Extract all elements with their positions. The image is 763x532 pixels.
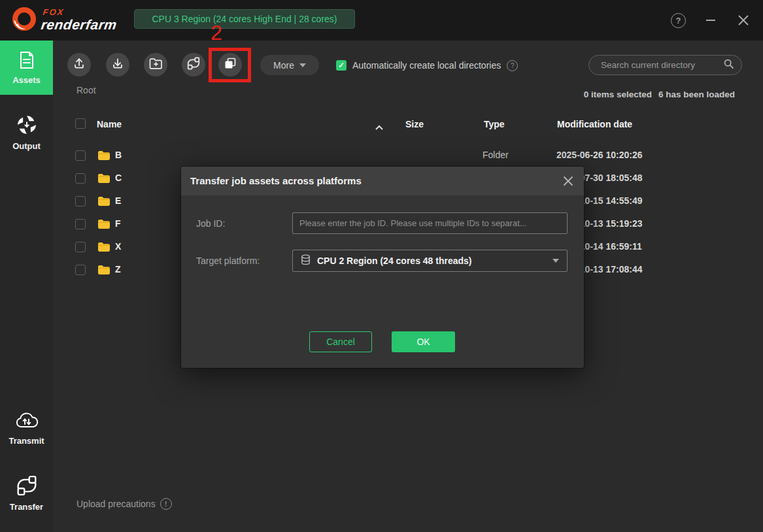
copy-icon	[223, 56, 237, 73]
new-folder-icon	[149, 58, 163, 73]
folder-icon	[97, 150, 110, 163]
chevron-down-icon	[299, 63, 306, 67]
sidebar-item-transfer[interactable]: Transfer	[0, 469, 53, 518]
row-checkbox[interactable]	[75, 242, 86, 252]
download-icon	[111, 57, 124, 73]
folder-icon	[97, 173, 110, 186]
table-row[interactable]: B Folder 2025-06-26 10:20:26	[53, 144, 763, 167]
column-header-size[interactable]: Size	[405, 119, 424, 129]
target-platform-value: CPU 2 Region (24 cores 48 threads)	[317, 256, 546, 266]
search-icon[interactable]	[723, 58, 734, 72]
app-window: FOX renderfarm CPU 3 Region (24 cores Hi…	[0, 0, 763, 532]
folder-name: B	[115, 150, 122, 160]
help-glyph: ?	[676, 16, 681, 25]
region-selector-label: CPU 3 Region (24 cores High End | 28 cor…	[152, 14, 337, 24]
output-pinwheel-icon	[16, 114, 37, 138]
titlebar: FOX renderfarm CPU 3 Region (24 cores Hi…	[0, 0, 763, 41]
row-checkbox[interactable]	[75, 219, 86, 229]
auto-create-label: Automatically create local directories	[352, 60, 501, 71]
file-type: Folder	[483, 150, 509, 160]
brand-renderfarm: renderfarm	[40, 18, 118, 31]
more-button[interactable]: More	[260, 55, 319, 75]
sidebar-item-label: Transfer	[10, 502, 43, 512]
sync-transfer-button[interactable]	[182, 53, 205, 76]
column-header-type[interactable]: Type	[484, 119, 505, 129]
upload-button[interactable]	[67, 53, 91, 76]
help-icon[interactable]: ?	[671, 13, 686, 28]
upload-icon	[73, 57, 86, 73]
sync-loop-icon	[187, 57, 200, 73]
modification-date: 2025-06-26 10:20:26	[556, 150, 643, 160]
sidebar-item-assets[interactable]: Assets	[0, 41, 53, 95]
row-checkbox[interactable]	[75, 196, 86, 207]
table-header: Name Size Type Modification date	[53, 116, 763, 135]
more-label: More	[273, 60, 294, 71]
row-checkbox[interactable]	[75, 150, 86, 161]
target-platform-dropdown[interactable]: CPU 2 Region (24 cores 48 threads)	[292, 250, 568, 272]
column-header-name[interactable]: Name	[97, 119, 122, 129]
select-all-checkbox[interactable]	[75, 118, 86, 129]
dialog-close-icon[interactable]	[560, 173, 576, 189]
cancel-button[interactable]: Cancel	[309, 331, 372, 352]
breadcrumb[interactable]: Root	[76, 85, 96, 95]
window-controls: ?	[671, 0, 751, 41]
row-checkbox[interactable]	[75, 173, 86, 184]
auto-create-help-icon[interactable]: ?	[507, 60, 518, 71]
folder-name: F	[115, 218, 121, 229]
upload-precautions-label: Upload precautions	[76, 499, 156, 509]
download-button[interactable]	[106, 53, 129, 76]
question-glyph: ?	[511, 62, 515, 69]
transfer-loop-icon	[16, 475, 37, 499]
folder-icon	[97, 265, 110, 278]
region-selector-button[interactable]: CPU 3 Region (24 cores High End | 28 cor…	[134, 9, 355, 29]
new-folder-button[interactable]	[144, 53, 167, 76]
copy-button[interactable]	[218, 53, 242, 76]
dialog-title: Transfer job assets across platforms	[190, 175, 362, 186]
ok-label: OK	[416, 337, 430, 347]
row-checkbox[interactable]	[75, 265, 86, 275]
folder-name: Z	[115, 264, 121, 274]
sort-ascending-icon[interactable]	[375, 122, 384, 133]
transmit-cloud-icon	[15, 412, 39, 433]
sidebar-item-label: Output	[12, 141, 41, 151]
cancel-label: Cancel	[326, 337, 355, 347]
folder-icon	[97, 219, 110, 232]
server-database-icon	[301, 254, 311, 268]
job-id-input[interactable]	[292, 212, 568, 234]
dialog-header: Transfer job assets across platforms	[181, 167, 584, 195]
status-bar: 0 items selected 6 has been loaded	[584, 90, 735, 99]
sidebar-item-output[interactable]: Output	[0, 108, 53, 158]
minimize-button[interactable]	[703, 12, 719, 28]
search-box	[588, 55, 742, 75]
folder-icon	[97, 196, 110, 209]
folder-name: C	[115, 173, 122, 183]
close-button[interactable]	[736, 12, 751, 28]
sidebar-item-transmit[interactable]: Transmit	[0, 405, 53, 452]
brand-logo: FOX renderfarm	[12, 5, 118, 34]
folder-name: E	[115, 195, 121, 206]
items-loaded-count: 6 has been loaded	[658, 90, 735, 99]
items-selected-count: 0 items selected	[584, 90, 652, 99]
auto-create-option: ✓ Automatically create local directories…	[336, 59, 518, 71]
brand-fox: FOX	[42, 8, 120, 16]
info-glyph: !	[165, 501, 167, 508]
assets-document-icon	[18, 51, 35, 72]
brand-text: FOX renderfarm	[40, 8, 119, 31]
sidebar: Assets Output	[0, 41, 53, 532]
upload-precautions-link[interactable]: Upload precautions !	[76, 498, 172, 510]
info-icon: !	[160, 498, 172, 510]
column-header-date[interactable]: Modification date	[557, 119, 632, 129]
job-id-label: Job ID:	[196, 218, 225, 229]
checkmark-icon: ✓	[338, 61, 345, 70]
auto-create-checkbox[interactable]: ✓	[336, 60, 347, 71]
folder-icon	[97, 242, 110, 255]
search-input[interactable]	[600, 59, 718, 71]
target-platform-label: Target platform:	[196, 256, 260, 266]
ok-button[interactable]: OK	[392, 331, 455, 352]
sidebar-item-label: Transmit	[8, 436, 44, 446]
sidebar-item-label: Assets	[12, 75, 41, 85]
chevron-down-icon	[552, 259, 559, 263]
transfer-dialog: Transfer job assets across platforms Job…	[181, 167, 584, 368]
fox-logo-icon	[12, 5, 38, 34]
folder-name: X	[115, 241, 121, 252]
